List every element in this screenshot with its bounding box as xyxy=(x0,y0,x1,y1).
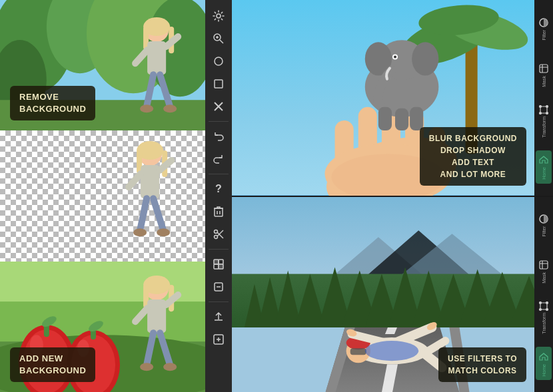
center-toolbar: ? xyxy=(205,0,232,392)
toolbar-divider-2 xyxy=(209,174,229,174)
svg-point-107 xyxy=(540,112,542,114)
svg-line-23 xyxy=(129,174,141,187)
svg-line-24 xyxy=(159,160,171,170)
delete-tool[interactable] xyxy=(208,201,229,222)
mask-tool-top[interactable]: Mask xyxy=(536,58,552,91)
svg-point-54 xyxy=(217,14,221,18)
svg-point-151 xyxy=(546,309,548,311)
scissors-tool[interactable] xyxy=(208,224,229,245)
svg-point-149 xyxy=(546,302,548,304)
svg-line-25 xyxy=(140,198,147,230)
svg-rect-98 xyxy=(395,108,408,130)
right-panel: Filter Mask xyxy=(232,0,553,392)
svg-rect-147 xyxy=(540,303,547,309)
svg-point-28 xyxy=(157,229,170,237)
filter-tool-bottom[interactable]: Filter xyxy=(536,208,552,242)
svg-point-27 xyxy=(133,229,147,237)
transform-tool-bottom[interactable]: Transform xyxy=(536,301,552,334)
remove-background-panel[interactable]: REMOVE BACKGROUND xyxy=(0,0,205,130)
svg-rect-63 xyxy=(215,208,223,216)
svg-rect-137 xyxy=(350,348,366,355)
home-tool-top[interactable]: Home xyxy=(536,150,552,184)
add-new-background-label: ADD NEW BACKGROUND xyxy=(10,347,95,382)
svg-rect-146 xyxy=(540,261,548,269)
zoom-tool[interactable] xyxy=(208,28,229,49)
toolbar-divider-3 xyxy=(209,249,229,250)
export-tool[interactable] xyxy=(208,306,229,327)
crop-tool[interactable] xyxy=(208,73,229,95)
new-background-panel[interactable]: ADD NEW BACKGROUND xyxy=(0,262,205,392)
svg-point-59 xyxy=(215,57,223,65)
transform-tool-top[interactable]: Transform xyxy=(536,104,552,137)
svg-point-96 xyxy=(412,42,438,75)
svg-point-101 xyxy=(394,55,396,58)
filter-tool-top[interactable]: Filter xyxy=(536,12,552,45)
svg-point-106 xyxy=(546,105,548,107)
svg-point-150 xyxy=(540,309,542,311)
swimmer-scene-panel[interactable]: Filter Mask xyxy=(232,197,553,393)
svg-rect-104 xyxy=(540,106,547,113)
brush-tool[interactable] xyxy=(208,51,229,72)
transparent-background-panel[interactable] xyxy=(0,130,205,261)
home-tool-bottom[interactable]: Home xyxy=(536,347,552,380)
svg-point-105 xyxy=(540,105,542,107)
svg-rect-97 xyxy=(378,107,392,130)
svg-rect-73 xyxy=(219,264,223,269)
right-bottom-caption: USE FILTERS TO MATCH COLORS xyxy=(438,347,526,382)
toolbar-divider-4 xyxy=(209,301,229,302)
undo-tool[interactable] xyxy=(208,126,229,147)
svg-point-108 xyxy=(546,112,548,114)
new-tool[interactable] xyxy=(208,329,229,350)
mask-tool-bottom[interactable]: Mask xyxy=(536,255,552,288)
svg-rect-60 xyxy=(215,80,223,88)
svg-point-142 xyxy=(365,341,418,361)
svg-point-148 xyxy=(540,302,542,304)
right-top-caption: BLUR BACKGROUND DROP SHADOW ADD TEXT AND… xyxy=(420,127,526,186)
svg-point-52 xyxy=(140,363,153,371)
svg-point-16 xyxy=(140,104,153,112)
redo-tool[interactable] xyxy=(208,148,229,170)
elephant-scene-panel[interactable]: Filter Mask xyxy=(232,0,553,197)
svg-point-53 xyxy=(163,363,177,371)
svg-point-17 xyxy=(163,104,177,112)
toolbar-divider-1 xyxy=(209,121,229,122)
remove-background-label: REMOVE BACKGROUND xyxy=(10,86,95,120)
help-tool[interactable]: ? xyxy=(208,178,229,200)
svg-line-56 xyxy=(220,40,223,43)
svg-rect-70 xyxy=(214,260,219,264)
right-bottom-side-toolbar: Filter Mask xyxy=(534,197,553,393)
right-top-side-toolbar: Filter Mask xyxy=(534,0,553,196)
close-tool[interactable] xyxy=(208,96,229,117)
svg-line-26 xyxy=(153,198,163,230)
left-panel: REMOVE BACKGROUND xyxy=(0,0,205,392)
mask-subtract-tool[interactable] xyxy=(208,276,229,297)
mask-add-tool[interactable] xyxy=(208,254,229,275)
settings-tool[interactable] xyxy=(208,5,229,27)
svg-rect-71 xyxy=(219,260,223,264)
svg-rect-103 xyxy=(540,65,548,73)
svg-rect-72 xyxy=(214,264,219,269)
